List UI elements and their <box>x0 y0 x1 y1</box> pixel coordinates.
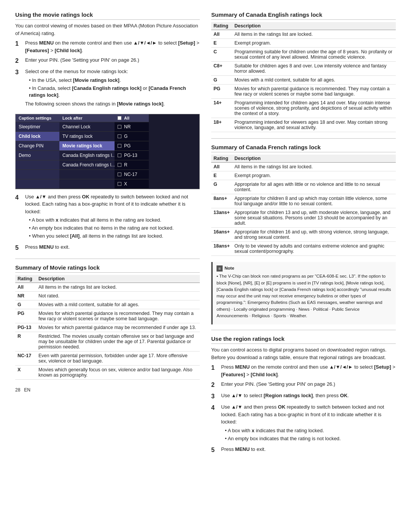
checkbox-pg13 <box>118 153 121 157</box>
tv-col3-x: X <box>115 179 149 189</box>
col-rating-en: Rating <box>211 22 232 30</box>
tv-col3: All NR G PG PG-13 R NC-17 X <box>115 114 149 189</box>
rating-cell: 13ans+ <box>211 208 232 228</box>
table-row: 8ans+Appropriate for children 8 and up w… <box>211 194 396 208</box>
movie-ratings-table: Rating Description AllAll items in the r… <box>15 275 200 380</box>
table-row: 18ans+Only to be viewed by adults and co… <box>211 242 396 256</box>
bullet-usa: In the USA, select [Movie ratings lock]. <box>29 77 200 84</box>
col-desc-en: Description <box>232 22 396 30</box>
desc-cell: Appropriate for children 8 and up which … <box>232 194 396 208</box>
step-num-4: 4 <box>15 193 22 241</box>
step-num-3: 3 <box>15 68 22 110</box>
step-3: 3 Select one of the menus for movie rati… <box>15 68 200 110</box>
table-row: RRestricted. The movies usually contain … <box>15 332 200 351</box>
tv-col2: Lock after Channel Lock TV ratings lock … <box>59 114 115 189</box>
tv-col2-movieratings: Movie ratings lock <box>59 141 115 151</box>
checkbox-all <box>118 116 121 120</box>
desc-cell: Movies which generally focus on sex, vio… <box>36 365 200 379</box>
section-movie-ratings-summary: Summary of Movie ratings lock Rating Des… <box>15 264 200 380</box>
desc-cell: Movies with a mild content, suitable for… <box>232 76 396 85</box>
region-step-num-5: 5 <box>211 446 218 455</box>
title-canada-english: Summary of Canada English ratings lock <box>211 11 396 20</box>
step-num-2: 2 <box>15 56 22 66</box>
region-step-4-bullets: A box with x indicates that the rating l… <box>225 427 396 442</box>
table-row: XMovies which generally focus on sex, vi… <box>15 365 200 379</box>
region-step-1: 1 Press MENU on the remote control and t… <box>211 363 396 378</box>
table-row: C8+Suitable for children ages 8 and over… <box>211 62 396 76</box>
checkbox-g <box>118 134 121 138</box>
region-intro: You can control access to digital progra… <box>211 346 396 361</box>
bullet-canada: In Canada, select [Canada English rating… <box>29 85 200 99</box>
table-row: 13ans+Appropriate for children 13 and up… <box>211 208 396 228</box>
tv-col3-g: G <box>115 132 149 141</box>
desc-cell: All items in the ratings list are locked… <box>232 163 396 171</box>
tv-col1-header: Caption settings <box>16 114 59 122</box>
desc-cell: Exempt program. <box>232 171 396 180</box>
rating-cell: X <box>15 365 36 379</box>
table-row: PGMovies for which parental guidance is … <box>15 309 200 323</box>
region-step-3-content: Use ▲/▼ to select [Region ratings lock],… <box>221 392 396 401</box>
table-row: 18+Programming intended for viewers ages… <box>211 118 396 132</box>
table-row: PGMovies for which parental guidance is … <box>211 85 396 99</box>
rating-cell: All <box>15 283 36 291</box>
tv-col2-empty2 <box>59 179 115 189</box>
desc-cell: Movies for which parental guidance may b… <box>36 323 200 332</box>
step-5-content: Press MENU to exit. <box>25 243 200 252</box>
tv-col3-pg13: PG-13 <box>115 151 149 160</box>
col-description: Description <box>36 275 200 283</box>
step-3-note: The following screen shows the ratings i… <box>25 100 200 108</box>
table-row: GAppropriate for all ages with little or… <box>211 180 396 194</box>
tv-col1-empty3 <box>16 179 59 189</box>
tv-col1-sleeptimer: Sleeptimer <box>16 122 59 132</box>
section-canada-french: Summary of Canada French ratings lock Ra… <box>211 144 396 256</box>
rating-cell: G <box>211 76 232 85</box>
desc-cell: Only to be viewed by adults and contains… <box>232 242 396 256</box>
region-step-num-1: 1 <box>211 363 218 378</box>
tv-col2-header: Lock after <box>59 114 115 122</box>
tv-col3-header: All <box>115 114 149 122</box>
tv-col3-pg: PG <box>115 141 149 151</box>
col-desc-fr: Description <box>232 155 396 163</box>
desc-cell: Appropriate for all ages with little or … <box>232 180 396 194</box>
checkbox-nc17 <box>118 173 121 176</box>
rating-cell: NR <box>15 291 36 300</box>
step-1-content: Press MENU on the remote control and the… <box>25 39 200 54</box>
checkbox-nr <box>118 125 121 129</box>
table-row: NC-17Even with parental permission, forb… <box>15 351 200 365</box>
rating-cell: PG <box>15 309 36 323</box>
step-3-bullets: In the USA, select [Movie ratings lock].… <box>29 77 200 99</box>
table-row: 16ans+Appropriate for children 16 and up… <box>211 228 396 242</box>
table-row: AllAll items in the ratings list are loc… <box>211 30 396 39</box>
rating-cell: 8ans+ <box>211 194 232 208</box>
tv-col3-nr: NR <box>115 122 149 132</box>
col-rating-fr: Rating <box>211 155 232 163</box>
page-number: 28 EN <box>15 387 200 393</box>
section-using-movie-ratings: Using the movie ratings lock You can con… <box>15 11 200 252</box>
step-2-content: Enter your PIN. (See 'Setting your PIN' … <box>25 56 200 66</box>
note-icon: ≡ <box>217 265 223 272</box>
region-step-1-content: Press MENU on the remote control and the… <box>221 363 396 378</box>
step-1: 1 Press MENU on the remote control and t… <box>15 39 200 54</box>
desc-cell: Even with parental permission, forbidden… <box>36 351 200 365</box>
desc-cell: Movies with a mild content, suitable for… <box>36 300 200 309</box>
rating-cell: 18ans+ <box>211 242 232 256</box>
region-step-num-2: 2 <box>211 380 218 390</box>
col-rating: Rating <box>15 275 36 283</box>
rating-cell: E <box>211 171 232 180</box>
desc-cell: Movies for which parental guidance is re… <box>36 309 200 323</box>
region-bullet-2: An empty box indicates that the rating i… <box>225 435 396 442</box>
tv-col2-empty1 <box>59 170 115 179</box>
desc-cell: All items in the ratings list are locked… <box>36 283 200 291</box>
tv-col3-r: R <box>115 160 149 170</box>
step-num-5: 5 <box>15 243 22 252</box>
step-4: 4 Use ▲/▼ and then press OK repeatedly t… <box>15 193 200 241</box>
step-num-1: 1 <box>15 39 22 54</box>
region-step-4-content: Use ▲/▼ and then press OK repeatedly to … <box>221 403 396 443</box>
rating-cell: R <box>15 332 36 351</box>
rating-cell: G <box>15 300 36 309</box>
desc-cell: Movies for which parental guidance is re… <box>232 85 396 99</box>
steps-list: 1 Press MENU on the remote control and t… <box>15 39 200 110</box>
table-row: EExempt program. <box>211 171 396 180</box>
rating-cell: G <box>211 180 232 194</box>
tv-menu-screenshot: Caption settings Sleeptimer Child lock C… <box>15 114 200 189</box>
